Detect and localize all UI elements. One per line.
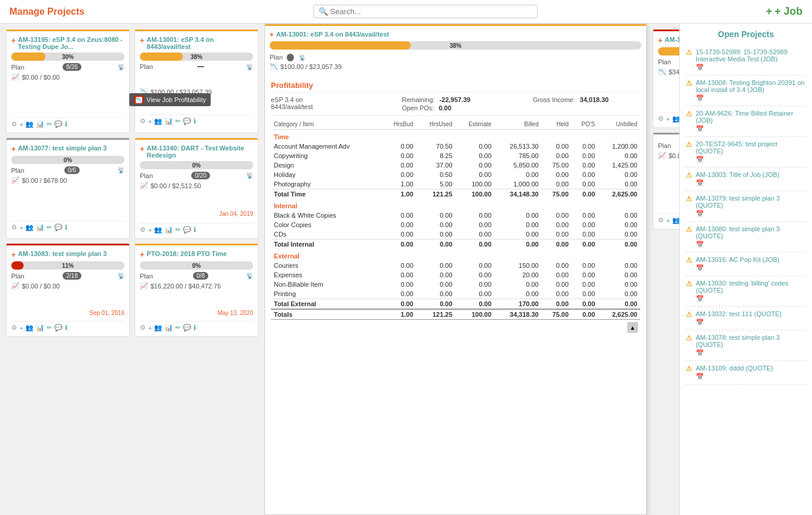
total-held: 0.00 bbox=[542, 240, 572, 250]
info-icon[interactable]: ℹ bbox=[65, 120, 67, 128]
add-icon[interactable]: + bbox=[148, 324, 152, 332]
chart-icon[interactable]: 📊 bbox=[36, 324, 44, 332]
sidebar-item-link[interactable]: 15-1739-52989: 15-1739-52989 Interactive… bbox=[696, 48, 787, 63]
people-icon[interactable]: 👥 bbox=[154, 117, 162, 125]
gear-icon[interactable]: ⚙ bbox=[658, 115, 664, 123]
sidebar-item: ⚠ 20-AM-9626: Time Billed Retainer (JOB)… bbox=[686, 106, 806, 137]
add-icon[interactable]: + bbox=[666, 116, 670, 123]
add-job-button[interactable]: ++ Job bbox=[766, 5, 803, 18]
sidebar-item: ⚠ AM-13016: AC Pop Kit (JOB) 📅 bbox=[686, 252, 806, 276]
comment-icon[interactable]: 💬 bbox=[183, 324, 191, 332]
edit-icon[interactable]: ✏ bbox=[47, 224, 52, 231]
info-icon[interactable]: ℹ bbox=[65, 224, 67, 231]
edit-icon[interactable]: ✏ bbox=[175, 226, 181, 234]
gear-icon[interactable]: ⚙ bbox=[11, 120, 17, 128]
openpos-value: 0.00 bbox=[438, 104, 451, 111]
sidebar-item-link[interactable]: AM-13003: Title of Job (JOB) bbox=[696, 171, 780, 178]
plan-row: Plan 2/18 📡 bbox=[11, 272, 125, 280]
item-billed: 26,513.30 bbox=[495, 142, 542, 151]
search-bar[interactable]: 🔍 bbox=[313, 5, 538, 18]
sidebar-item-link[interactable]: AM-13032: test 111 (QUOTE) bbox=[696, 310, 782, 317]
plan-badge: 2/18 bbox=[63, 272, 81, 280]
item-billed: 0.00 bbox=[495, 220, 542, 229]
item-pos: 0.00 bbox=[572, 170, 598, 179]
card-header: + AM-13340: DART - Test Website Redesign bbox=[140, 145, 253, 159]
item-pos: 0.00 bbox=[572, 211, 598, 220]
item-hrsbud: 1.00 bbox=[382, 179, 417, 189]
edit-icon[interactable]: ✏ bbox=[175, 324, 181, 332]
info-icon[interactable]: ℹ bbox=[194, 226, 196, 234]
people-icon[interactable]: 👥 bbox=[25, 224, 34, 231]
people-icon[interactable]: 👥 bbox=[25, 120, 34, 128]
progress-fill bbox=[11, 53, 45, 61]
comment-icon[interactable]: 💬 bbox=[183, 117, 191, 125]
plan-row: Plan 📡 bbox=[140, 63, 253, 70]
sidebar-item-link[interactable]: AM-13008: Testing Brighton 20391 on loca… bbox=[696, 79, 804, 93]
col-category: Category / Item bbox=[271, 119, 382, 130]
add-icon[interactable]: + bbox=[19, 324, 23, 332]
external-label: External bbox=[271, 249, 640, 261]
plan-label: Plan bbox=[658, 58, 671, 65]
sidebar-item-link[interactable]: AM-13080: test simple plan 3 (QUOTE) bbox=[696, 225, 780, 240]
edit-icon[interactable]: ✏ bbox=[47, 324, 52, 332]
total-billed: 170.00 bbox=[495, 299, 542, 310]
item-unbilled: 1,200.00 bbox=[598, 142, 640, 151]
gear-icon[interactable]: ⚙ bbox=[140, 117, 146, 125]
chart-icon[interactable]: 📊 bbox=[165, 226, 173, 234]
sidebar-title: Open Projects bbox=[686, 29, 806, 39]
people-icon[interactable]: 👥 bbox=[154, 324, 162, 332]
edit-icon[interactable]: ✏ bbox=[175, 117, 181, 125]
sidebar-item-link[interactable]: 20-AM-9626: Time Billed Retainer (JOB) bbox=[696, 110, 793, 124]
gear-icon[interactable]: ⚙ bbox=[11, 324, 17, 332]
item-hrsbud: 0.00 bbox=[382, 211, 417, 220]
people-icon[interactable]: 👥 bbox=[154, 226, 162, 234]
sidebar-item-link[interactable]: AM-13016: AC Pop Kit (JOB) bbox=[696, 256, 780, 263]
gear-icon[interactable]: ⚙ bbox=[11, 224, 17, 231]
project-card-am13195: + AM-13195: eSP 3.4 on Zeus:8080 - Testi… bbox=[6, 29, 130, 133]
add-icon[interactable]: + bbox=[148, 118, 152, 125]
wide-cards-row1: + AM-13013: Simantel 37% Plan 3/8 📡 bbox=[647, 24, 679, 128]
progress-text: 0% bbox=[64, 157, 72, 163]
chart-icon[interactable]: 📊 bbox=[36, 120, 44, 128]
gear-icon[interactable]: ⚙ bbox=[140, 324, 146, 332]
comment-icon[interactable]: 💬 bbox=[54, 224, 63, 231]
add-icon[interactable]: + bbox=[19, 121, 23, 128]
search-input[interactable] bbox=[330, 7, 532, 16]
sidebar-item-link[interactable]: 20-TEST2-9645: test project (QUOTE) bbox=[696, 140, 777, 155]
money-row: 📉 $34.00 / $3,871.85 bbox=[658, 68, 679, 76]
rss-icon: 📡 bbox=[117, 167, 125, 173]
card-title: AM-13083: test simple plan 3 bbox=[18, 250, 125, 257]
trend-icon: 📈 bbox=[140, 182, 148, 189]
scroll-top-button[interactable]: ▲ bbox=[627, 322, 638, 333]
item-held: 0.00 bbox=[542, 229, 572, 240]
chart-icon[interactable]: 📊 bbox=[165, 324, 173, 332]
sidebar-item-link[interactable]: AM-13109: dddd (QUOTE) bbox=[696, 365, 773, 372]
edit-icon[interactable]: ✏ bbox=[47, 120, 52, 128]
gear-icon[interactable]: ⚙ bbox=[140, 226, 146, 234]
item-billed: 20.00 bbox=[495, 270, 542, 280]
sidebar-item-link[interactable]: AM-13030: testing 'billing' codes (QUOTE… bbox=[696, 280, 788, 294]
chart-icon[interactable]: 📊 bbox=[165, 117, 173, 125]
external-row-couriers: Couriers 0.00 0.00 0.00 150.00 0.00 0.00… bbox=[271, 261, 640, 270]
project-label: eSP 3.4 on 8443/avail/test bbox=[271, 96, 318, 110]
info-icon[interactable]: ℹ bbox=[65, 324, 67, 332]
item-estimate: 0.00 bbox=[456, 211, 495, 220]
comment-icon[interactable]: 💬 bbox=[183, 226, 191, 234]
plan-badge: 8/26 bbox=[63, 63, 81, 71]
add-icon[interactable]: + bbox=[148, 227, 152, 234]
comment-icon[interactable]: 💬 bbox=[54, 120, 63, 128]
info-icon[interactable]: ℹ bbox=[194, 324, 196, 332]
add-icon[interactable]: + bbox=[666, 217, 670, 224]
trend-icon: 📈 bbox=[140, 282, 148, 290]
people-icon[interactable]: 👥 bbox=[25, 324, 34, 332]
gear-icon[interactable]: ⚙ bbox=[658, 217, 664, 224]
info-icon[interactable]: ℹ bbox=[194, 117, 196, 125]
total-pos: 0.00 bbox=[572, 240, 598, 250]
chart-icon[interactable]: 📊 bbox=[36, 224, 44, 231]
comment-icon[interactable]: 💬 bbox=[54, 324, 63, 332]
sidebar-item-link[interactable]: AM-13078: test simple plan 3 (QUOTE) bbox=[696, 334, 780, 348]
people-icon[interactable]: 👥 bbox=[672, 115, 679, 123]
add-icon[interactable]: + bbox=[19, 224, 23, 231]
sidebar-item-link[interactable]: AM-13079: test simple plan 3 (QUOTE) bbox=[696, 195, 780, 209]
people-icon[interactable]: 👥 bbox=[672, 217, 679, 224]
